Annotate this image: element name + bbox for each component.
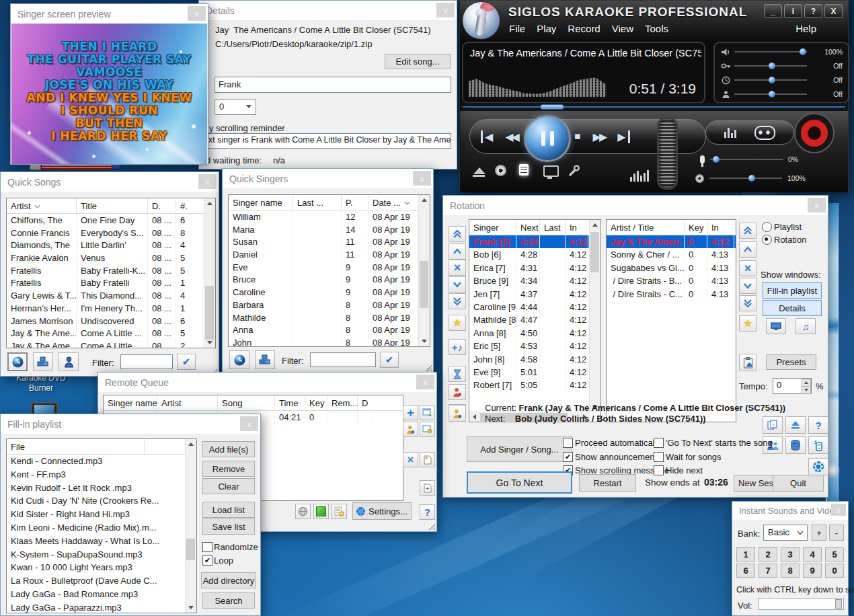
info-button[interactable]: i <box>784 4 802 18</box>
favorite-song-button[interactable]: ★ <box>739 315 756 332</box>
column-header-time[interactable]: Time <box>275 395 305 410</box>
save-list-button[interactable]: Save list <box>202 518 255 535</box>
table-row[interactable]: Robert [7]5:054:12 <box>469 379 600 391</box>
menu-play[interactable]: Play <box>537 23 556 34</box>
column-header-key[interactable]: Key <box>685 220 707 235</box>
table-row[interactable]: James MorrisonUndiscovered08 ...6 <box>7 315 215 328</box>
close-icon[interactable]: x <box>416 375 434 389</box>
proceed-automatically-checkbox[interactable] <box>563 438 573 448</box>
table-row[interactable]: Kim Leoni - Medicine (Radio Mix).m... <box>7 521 196 535</box>
singer-screen-button[interactable] <box>766 318 786 334</box>
table-row[interactable]: Jay & The Ameri...04:12 <box>607 235 736 248</box>
singer-info-button[interactable] <box>403 422 418 437</box>
help-button[interactable]: ? <box>420 504 435 520</box>
details-button[interactable]: Details <box>763 300 822 316</box>
table-row[interactable]: Jay & The Ame...Come A Little ...08 ...2 <box>7 340 215 348</box>
sound-key-7[interactable]: 7 <box>759 564 777 578</box>
song-move-up-button[interactable] <box>739 241 756 258</box>
sound-key-8[interactable]: 8 <box>781 564 800 578</box>
column-header-artist[interactable]: Artist <box>157 395 218 410</box>
singer-name-input[interactable]: Frank <box>215 77 451 93</box>
column-header-last[interactable]: Last ... <box>293 195 342 210</box>
presets-button[interactable]: Presets <box>766 354 816 370</box>
remove-button[interactable]: Remove <box>202 461 255 477</box>
close-icon[interactable]: x <box>240 416 258 431</box>
scrollbar-thumb[interactable] <box>420 261 428 308</box>
column-header-title[interactable]: Title <box>77 198 148 213</box>
jog-wheel[interactable] <box>657 117 678 190</box>
wait-for-songs-checkbox[interactable] <box>654 452 664 462</box>
quick-songs-titlebar[interactable]: Quick Songs x <box>1 172 219 192</box>
songbook-button[interactable]: ♪ <box>763 416 783 434</box>
singer-move-top-button[interactable] <box>449 226 466 242</box>
add-files-button[interactable]: Add file(s) <box>202 441 255 457</box>
table-row[interactable]: / Dire Straits - C...04:13 <box>607 288 736 301</box>
table-row[interactable]: Daniel1108 Apr 19 <box>229 248 430 261</box>
levels-icon[interactable] <box>724 128 736 138</box>
table-row[interactable]: Caroline [9]4:444:12 <box>469 301 600 313</box>
table-row[interactable]: Kid Sister - Right Hand Hi.mp3 <box>7 508 196 521</box>
disc-icon[interactable] <box>495 165 506 176</box>
table-row[interactable]: Eve [9]5:014:12 <box>469 366 600 379</box>
playlist-radio[interactable] <box>762 222 772 232</box>
table-row[interactable]: Frankie AvalonVenus08 ...5 <box>7 252 215 264</box>
table-row[interactable]: Anna [8]4:504:12 <box>469 327 600 340</box>
column-header-num[interactable]: #. <box>176 198 203 213</box>
table-row[interactable]: Kendi - Connected.mp3 <box>7 455 196 468</box>
restart-button[interactable]: Restart <box>579 474 636 492</box>
log-button[interactable] <box>332 504 347 519</box>
add-window-button[interactable]: + <box>420 405 435 420</box>
disc-slider[interactable] <box>709 173 782 184</box>
slider-knob[interactable] <box>769 63 775 69</box>
fill-in-playlist-button[interactable]: Fill-in playlist <box>763 282 822 299</box>
rewind-button[interactable]: ◀◀ <box>505 130 518 143</box>
settings-gear-button[interactable] <box>808 458 828 475</box>
column-header-d[interactable]: D. <box>148 198 176 213</box>
pause-button[interactable] <box>524 115 571 162</box>
song-move-down-button[interactable] <box>739 278 756 294</box>
monitor-icon[interactable] <box>543 165 559 177</box>
recent-clock-button[interactable] <box>7 352 28 371</box>
menu-view[interactable]: View <box>612 23 633 34</box>
bank-add-button[interactable]: + <box>812 525 826 541</box>
table-row[interactable]: Anna808 Apr 19 <box>229 323 430 336</box>
bank-remove-button[interactable]: - <box>829 525 844 541</box>
table-row[interactable]: Kevin Rudolf - Let It Rock .mp3 <box>7 482 196 495</box>
table-row[interactable]: Frank [5]4:244:12 <box>469 235 600 248</box>
rotation-titlebar[interactable]: Rotation x <box>443 196 828 215</box>
table-row[interactable]: Jen [7]4:374:12 <box>469 288 600 301</box>
table-row[interactable]: Lady GaGa - Paparazzi.mp3 <box>7 601 196 613</box>
vertical-scrollbar[interactable] <box>589 220 600 412</box>
scroll-down-button[interactable] <box>186 603 196 613</box>
add-entry-button[interactable]: + <box>403 405 418 420</box>
resize-grip[interactable] <box>425 364 432 371</box>
column-header-date[interactable]: Date ... <box>368 195 418 210</box>
table-row[interactable]: Mathilde [8]4:474:12 <box>469 313 600 326</box>
key-select[interactable]: 0 <box>215 99 256 115</box>
column-header-rem[interactable]: Rem... <box>327 395 358 410</box>
column-header-in[interactable]: In <box>707 220 734 235</box>
table-row[interactable]: Herman's Her...I'm Henery Th...08 ...1 <box>7 302 215 315</box>
go-to-next-starts-checkbox[interactable] <box>654 438 664 448</box>
singer-move-up-button[interactable] <box>449 243 466 260</box>
tempo-spinner[interactable] <box>802 379 811 393</box>
column-header-song[interactable]: Song <box>218 395 275 410</box>
player-titlebar[interactable]: SIGLOS KARAOKE PROFESSIONAL _ i ? X File… <box>460 1 848 40</box>
tempo-slider[interactable] <box>734 73 807 87</box>
voice-slider[interactable] <box>734 87 807 101</box>
table-row[interactable]: Gary Lewis & T...This Diamond...08 ...4 <box>7 289 215 302</box>
table-row[interactable]: Susan1108 Apr 19 <box>229 235 430 248</box>
table-row[interactable]: K-System - SupaDupaSound.mp3 <box>7 548 196 562</box>
column-header-singer[interactable]: Singer <box>469 220 516 235</box>
singer-move-down-button[interactable] <box>449 276 466 293</box>
search-button[interactable]: Search <box>202 592 255 609</box>
slider-knob[interactable] <box>713 156 720 163</box>
sound-key-2[interactable]: 2 <box>759 547 777 562</box>
wait-singer-button[interactable] <box>449 366 466 382</box>
close-icon[interactable]: x <box>413 171 431 186</box>
slider-knob[interactable] <box>800 48 806 55</box>
table-row[interactable]: Jay & The Ame...Come A Little ...08 ...5 <box>7 327 215 340</box>
close-icon[interactable]: x <box>808 198 826 213</box>
table-row[interactable]: William1208 Apr 19 <box>229 210 430 223</box>
next-track-button[interactable]: ▶ <box>617 130 629 143</box>
